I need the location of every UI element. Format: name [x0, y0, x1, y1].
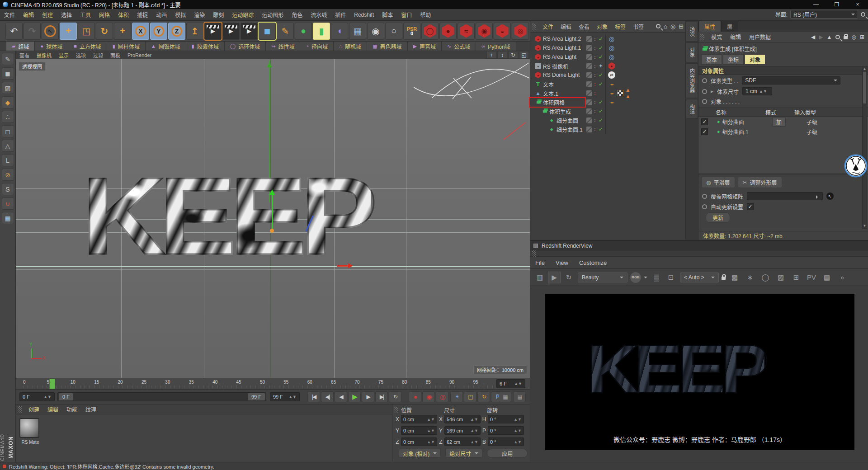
auto-update-checkbox[interactable]: ✓ — [747, 203, 754, 210]
enabled-check[interactable] — [598, 81, 604, 87]
gizmo-origin[interactable] — [270, 229, 274, 233]
menu-item[interactable]: 渲染 — [190, 11, 209, 19]
menu-item[interactable]: Redshift — [350, 12, 378, 18]
last-tool-button[interactable]: + + — [114, 23, 131, 40]
visibility-dots[interactable]: : — [594, 100, 596, 104]
range-slider-start[interactable]: 0 F — [59, 393, 73, 400]
object-label[interactable]: - 体积生成 — [530, 108, 585, 115]
object-row[interactable]: RS Dome Light : — [530, 70, 685, 80]
polygons-mode-button[interactable]: △ — [2, 140, 14, 152]
texture-mode-button[interactable]: ▨ — [2, 82, 14, 94]
record-keyframe-button[interactable]: ● — [409, 391, 421, 402]
menu-item[interactable]: 动画 — [152, 11, 171, 19]
make-editable-button[interactable]: ✎ — [2, 53, 14, 65]
object-tag[interactable] — [617, 108, 624, 115]
object-name[interactable]: 体积网格 — [543, 99, 565, 106]
minimize-button[interactable]: — — [806, 0, 826, 9]
more-icon[interactable]: » — [836, 272, 849, 283]
timeline-ruler[interactable]: 05101520253035404550556065707580859095 6… — [16, 378, 530, 390]
object-label[interactable]: RS Area Light — [530, 54, 585, 60]
enable-toggle[interactable] — [586, 127, 592, 132]
rs-area-light-button[interactable]: ◯ ◯ — [421, 23, 439, 40]
filter-icon[interactable]: ◎ — [670, 23, 675, 30]
visibility-dots[interactable]: : — [594, 82, 596, 86]
axis-mode-button[interactable]: L — [2, 154, 14, 166]
object-label[interactable]: 文本.1 — [530, 89, 585, 97]
object-table-row[interactable]: ✓ 细分曲面 加 子级 — [698, 117, 868, 127]
field-tab[interactable]: ▰ 组域 — [6, 42, 35, 51]
rs-spot-light-button[interactable]: ● ● — [439, 23, 457, 40]
dither-icon[interactable]: ▒ — [650, 272, 663, 283]
visibility-dots[interactable]: : — [594, 118, 596, 122]
position-mode-select[interactable]: 对象 (相对) — [399, 449, 441, 458]
object-tag[interactable] — [626, 71, 633, 79]
render-canvas[interactable]: KEEP 微信公众号：野鹿志 微博：野鹿志 作者：马鹿野郎 （1.17s） — [545, 294, 854, 450]
rotation-input[interactable]: 0 °▲▼ — [488, 437, 524, 446]
picker-icon[interactable]: ↖ — [826, 193, 834, 200]
keyframe-circle[interactable] — [702, 99, 707, 104]
rotate-button[interactable]: ↻ ↻ — [96, 23, 113, 40]
row-checkbox[interactable]: ✓ — [701, 128, 708, 135]
aov-select[interactable]: Beauty — [578, 273, 627, 282]
record-rotation-button[interactable]: ↻ — [477, 391, 490, 402]
object-row[interactable]: + 细分曲面.1 : — [530, 125, 685, 134]
attribute-tab[interactable]: 基本 — [701, 54, 722, 65]
enable-toggle[interactable] — [586, 45, 592, 51]
enable-toggle[interactable] — [586, 99, 592, 105]
search-icon[interactable] — [861, 12, 865, 17]
field-tab[interactable]: ▮ 圆柱体域 — [107, 42, 146, 51]
object-tag[interactable] — [608, 53, 615, 61]
object-tag[interactable] — [626, 53, 633, 61]
position-input[interactable]: 0 cm▲▼ — [401, 426, 437, 435]
renderview-menu-item[interactable]: Customize — [574, 259, 612, 266]
viewport-menu-item[interactable]: 过滤 — [90, 52, 107, 59]
menu-item[interactable]: 模拟 — [171, 11, 190, 19]
object-tag[interactable] — [608, 108, 615, 115]
voxel-type-select[interactable]: SDF — [742, 76, 840, 85]
object-name[interactable]: RS Area Light.2 — [543, 36, 581, 42]
interface-select[interactable]: RS (用户) — [790, 10, 858, 19]
generators-button[interactable]: ▮ ▮ — [313, 23, 330, 40]
range-slider-end[interactable]: 99 F — [248, 393, 265, 400]
object-tag[interactable] — [617, 80, 624, 88]
field-tab[interactable]: ▮ 胶囊体域 — [186, 42, 225, 51]
enable-toggle[interactable] — [586, 90, 592, 96]
maximize-button[interactable]: ❐ — [826, 0, 847, 9]
material-menu-item[interactable]: 功能 — [62, 405, 81, 413]
material-menu-item[interactable]: 编辑 — [43, 405, 62, 413]
rgb-dropdown-arrow[interactable] — [644, 277, 647, 280]
object-tag[interactable] — [626, 99, 633, 106]
viewport-menu-item[interactable]: 显示 — [55, 52, 72, 59]
snap-button[interactable]: S — [2, 183, 14, 195]
spline-pen-button[interactable]: ✎ ✎ — [277, 23, 294, 40]
floor-button[interactable]: ▦ ▦ — [349, 23, 366, 40]
rgb-channel-button[interactable]: RGB — [630, 272, 641, 283]
visibility-dots[interactable]: : — [594, 64, 596, 68]
attribute-panel-tab[interactable]: 层 — [721, 21, 738, 32]
subdivision-surface-button[interactable]: ● ● — [295, 23, 312, 40]
gizmo-x-arrow[interactable] — [337, 265, 351, 267]
loop-button[interactable]: ↻ — [389, 391, 401, 402]
visibility-dots[interactable]: : — [594, 37, 596, 41]
enabled-check[interactable] — [598, 63, 604, 69]
menu-item[interactable]: 选择 — [57, 11, 76, 19]
attribute-menu-item[interactable]: 用户数据 — [745, 33, 775, 41]
restart-render-icon[interactable]: ↻ — [562, 272, 575, 283]
apply-button[interactable]: 应用 — [487, 449, 528, 458]
viewport[interactable]: 查看摄像机显示选项过滤面板ProRender +↕↻◱ KEEP — [16, 51, 530, 378]
move-button[interactable]: + + — [60, 23, 77, 40]
object-name[interactable]: 细分曲面 — [557, 117, 578, 124]
record-options-button[interactable]: ◎ — [436, 391, 448, 402]
forward-icon[interactable]: ▶ — [819, 34, 823, 40]
viewport-canvas[interactable]: KEEP 透视视图 网格间距：10000 cm Y X — [16, 59, 530, 378]
size-input[interactable]: 169 cm▲▼ — [444, 426, 481, 435]
image-icon[interactable]: ▨ — [774, 272, 787, 283]
object-tag[interactable] — [608, 89, 615, 97]
workplane-button[interactable]: ▦ — [2, 212, 14, 224]
rotation-input[interactable]: 0 °▲▼ — [488, 426, 524, 435]
model-mode-button[interactable]: ◼ — [2, 67, 14, 80]
object-tag[interactable] — [626, 35, 633, 42]
prev-frame-button[interactable]: ◀ — [335, 391, 347, 402]
object-name[interactable]: RS Area Light — [543, 54, 576, 60]
field-tab[interactable]: ▶ 声音域 — [408, 42, 442, 51]
